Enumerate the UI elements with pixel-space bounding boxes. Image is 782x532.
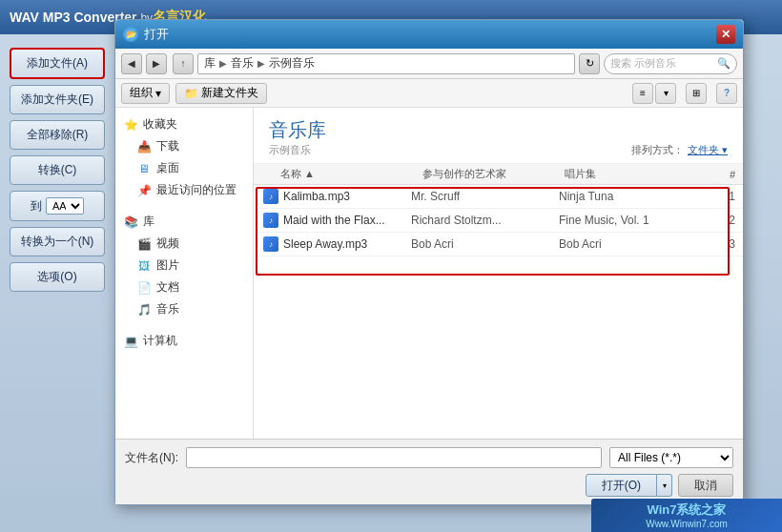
view-dropdown-button[interactable]: ▾ xyxy=(655,83,676,104)
address-path[interactable]: 库 ▶ 音乐 ▶ 示例音乐 xyxy=(197,53,575,74)
dialog-toolbar: 组织 ▾ 📁 新建文件夹 ≡ ▾ ⊞ ? xyxy=(115,79,743,108)
new-folder-button[interactable]: 📁 新建文件夹 xyxy=(175,83,267,104)
app-window: WAV MP3 Converter by 名言汉化 添加文件(A) 添加文件夹(… xyxy=(0,0,782,532)
tree-item-favorites[interactable]: ⭐ 收藏夹 xyxy=(115,113,253,135)
back-button[interactable]: ◀ xyxy=(121,53,142,74)
dialog-icon: 📂 xyxy=(123,27,138,42)
open-button[interactable]: 打开(O) xyxy=(586,474,657,497)
sort-label: 排列方式： xyxy=(631,143,684,157)
desktop-label: 桌面 xyxy=(156,160,179,176)
open-dialog: 📂 打开 ✕ ◀ ▶ ↑ 库 ▶ 音乐 ▶ 示例音乐 ↻ 搜索 示例音乐 🔍 xyxy=(114,19,744,505)
video-label: 视频 xyxy=(156,235,179,252)
filetype-select[interactable]: All Files (*.*) xyxy=(609,447,733,468)
format-select[interactable]: AAC xyxy=(46,197,84,215)
library-label: 库 xyxy=(143,214,154,230)
tree-item-document[interactable]: 📄 文档 xyxy=(115,276,253,298)
lib-title: 音乐库 xyxy=(269,117,326,143)
dialog-body: ⭐ 收藏夹 📥 下载 🖥 桌面 📌 最近访问的位置 📚 xyxy=(115,108,743,439)
watermark-text1: Win7系统之家 xyxy=(648,501,727,519)
action-row: 打开(O) ▾ 取消 xyxy=(125,474,733,497)
file-list-header: 名称 ▲ 参与创作的艺术家 唱片集 # xyxy=(254,164,743,185)
content-area: 音乐库 示例音乐 排列方式： 文件夹 ▾ 名称 ▲ 参与创作的艺术家 唱 xyxy=(254,108,743,439)
sort-dropdown[interactable]: 文件夹 ▾ xyxy=(688,143,728,157)
search-placeholder: 搜索 示例音乐 xyxy=(610,56,676,71)
col-header-name[interactable]: 名称 ▲ xyxy=(261,167,422,181)
tree-item-video[interactable]: 🎬 视频 xyxy=(115,233,253,255)
table-row[interactable]: ♪ Sleep Away.mp3 Bob Acri Bob Acri 3 xyxy=(254,233,743,256)
forward-button[interactable]: ▶ xyxy=(146,53,167,74)
dialog-titlebar: 📂 打开 ✕ xyxy=(115,20,743,49)
path-arrow-2: ▶ xyxy=(257,58,265,69)
picture-label: 图片 xyxy=(156,257,179,274)
open-dropdown-button[interactable]: ▾ xyxy=(657,474,672,497)
cancel-button[interactable]: 取消 xyxy=(678,474,733,497)
organize-button[interactable]: 组织 ▾ xyxy=(121,83,170,104)
path-lib: 库 xyxy=(204,55,216,72)
music-icon: 🎵 xyxy=(136,302,152,317)
filename-input[interactable] xyxy=(186,447,602,468)
options-button[interactable]: 选项(O) xyxy=(10,262,105,292)
left-sidebar: 添加文件(A) 添加文件夹(E) 全部移除(R) 转换(C) 到 AAC 转换为… xyxy=(10,48,105,292)
help-button[interactable]: ? xyxy=(716,83,737,104)
remove-all-button[interactable]: 全部移除(R) xyxy=(10,120,105,150)
file-artist: Richard Stoltzm... xyxy=(411,214,559,227)
file-name: ♪ Maid with the Flax... xyxy=(261,213,411,228)
dialog-title: 打开 xyxy=(144,26,710,43)
file-album: Fine Music, Vol. 1 xyxy=(559,214,707,227)
tree-item-recent[interactable]: 📌 最近访问的位置 xyxy=(115,179,253,201)
music-file-icon: ♪ xyxy=(263,236,278,252)
watermark-text2: Www.Winwin7.com xyxy=(646,519,728,529)
format-select-row[interactable]: 到 AAC xyxy=(10,191,105,221)
view-list-button[interactable]: ≡ xyxy=(632,83,653,104)
tree-item-music[interactable]: 🎵 音乐 xyxy=(115,298,253,320)
path-arrow-1: ▶ xyxy=(219,58,227,69)
tree-item-desktop[interactable]: 🖥 桌面 xyxy=(115,157,253,179)
search-icon: 🔍 xyxy=(717,57,731,70)
table-row[interactable]: ♪ Kalimba.mp3 Mr. Scruff Ninja Tuna 1 xyxy=(254,185,743,209)
lib-header: 音乐库 示例音乐 排列方式： 文件夹 ▾ xyxy=(254,108,743,164)
nav-tree: ⭐ 收藏夹 📥 下载 🖥 桌面 📌 最近访问的位置 📚 xyxy=(115,108,254,439)
file-name: ♪ Sleep Away.mp3 xyxy=(261,236,411,252)
tree-item-library[interactable]: 📚 库 xyxy=(115,211,253,233)
add-folder-button[interactable]: 添加文件夹(E) xyxy=(10,85,105,114)
table-row[interactable]: ♪ Maid with the Flax... Richard Stoltzm.… xyxy=(254,209,743,233)
tree-item-picture[interactable]: 🖼 图片 xyxy=(115,255,253,276)
search-box[interactable]: 搜索 示例音乐 🔍 xyxy=(604,53,737,74)
address-bar: ◀ ▶ ↑ 库 ▶ 音乐 ▶ 示例音乐 ↻ 搜索 示例音乐 🔍 xyxy=(115,49,743,79)
document-label: 文档 xyxy=(156,279,179,296)
col-header-album[interactable]: 唱片集 xyxy=(565,167,707,181)
download-label: 下载 xyxy=(156,138,179,154)
convert-to-button[interactable]: 转换为一个(N) xyxy=(10,227,105,256)
file-num: 1 xyxy=(707,190,735,203)
file-artist: Bob Acri xyxy=(411,237,559,251)
watermark-bar: Win7系统之家 Www.Winwin7.com xyxy=(591,499,782,532)
video-icon: 🎬 xyxy=(136,236,152,252)
view-details-button[interactable]: ⊞ xyxy=(686,83,707,104)
lib-subtitle: 示例音乐 xyxy=(269,143,326,157)
file-num: 3 xyxy=(707,237,735,251)
open-button-group: 打开(O) ▾ xyxy=(586,474,672,497)
up-button[interactable]: ↑ xyxy=(173,53,194,74)
convert-button[interactable]: 转换(C) xyxy=(10,155,105,185)
tree-item-download[interactable]: 📥 下载 xyxy=(115,135,253,157)
tree-item-computer[interactable]: 💻 计算机 xyxy=(115,330,253,352)
music-file-icon: ♪ xyxy=(263,213,278,228)
col-sort-arrow: ▲ xyxy=(304,168,315,179)
col-header-artist[interactable]: 参与创作的艺术家 xyxy=(422,167,565,181)
col-header-num[interactable]: # xyxy=(707,169,735,180)
recent-icon: 📌 xyxy=(136,183,152,198)
filename-label: 文件名(N): xyxy=(125,450,178,466)
file-list: ♪ Kalimba.mp3 Mr. Scruff Ninja Tuna 1 ♪ … xyxy=(254,185,743,439)
dialog-close-button[interactable]: ✕ xyxy=(716,25,735,44)
add-file-button[interactable]: 添加文件(A) xyxy=(10,48,105,79)
tree-spacer xyxy=(115,201,253,211)
new-folder-icon: 📁 xyxy=(184,87,198,100)
file-name: ♪ Kalimba.mp3 xyxy=(261,189,411,204)
recent-label: 最近访问的位置 xyxy=(156,182,237,198)
computer-label: 计算机 xyxy=(143,333,177,349)
computer-icon: 💻 xyxy=(123,334,138,349)
path-sample: 示例音乐 xyxy=(269,55,315,72)
file-album: Ninja Tuna xyxy=(559,190,707,203)
document-icon: 📄 xyxy=(136,280,152,296)
refresh-button[interactable]: ↻ xyxy=(579,53,600,74)
